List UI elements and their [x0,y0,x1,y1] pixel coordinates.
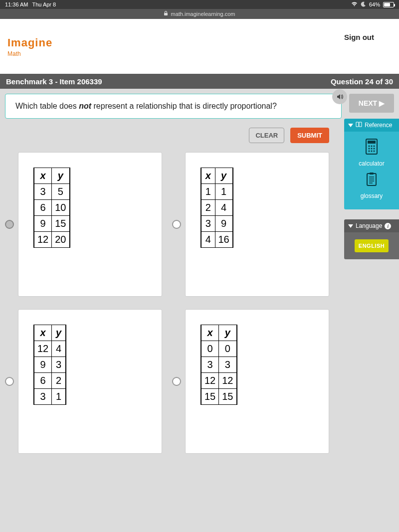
glossary-tool[interactable]: glossary [347,172,396,199]
col-header-y: y [52,325,66,341]
reference-title: Reference [365,122,392,129]
table-cell: 20 [52,232,70,248]
glossary-label: glossary [347,192,396,199]
assessment-title: Benchmark 3 - Item 206339 [6,77,102,86]
answer-radio[interactable] [172,220,181,229]
app-logo[interactable]: Imagine Math [7,36,52,57]
moon-icon [361,1,366,8]
language-panel-toggle[interactable]: Language i [344,219,399,232]
next-button[interactable]: NEXT ▶ [349,94,394,113]
svg-point-8 [374,148,375,150]
browser-urlbar[interactable]: math.imaginelearning.com [0,9,399,19]
question-text-post: represent a relationship that is directl… [91,102,277,110]
col-header-x: x [34,168,52,184]
table-row: 915 [34,216,70,232]
answer-radio[interactable] [5,377,14,386]
answer-option: xy356109151220 [5,152,162,297]
question-prompt: Which table does not represent a relatio… [5,94,342,119]
question-text-em: not [79,102,91,110]
svg-rect-13 [370,173,374,175]
battery-icon [383,2,394,7]
reference-panel-toggle[interactable]: Reference [344,119,399,132]
svg-point-3 [369,146,370,147]
table-row: 00 [201,341,237,357]
table-cell: 9 [34,216,52,232]
table-cell: 3 [34,389,52,405]
table-cell: 4 [201,232,215,248]
reference-panel: Reference calculator glossary [344,119,399,209]
table-cell: 1 [201,184,215,200]
table-row: 24 [201,200,233,216]
answer-radio[interactable] [172,377,181,386]
table-row: 11 [201,184,233,200]
table-cell: 12 [34,232,52,248]
table-cell: 12 [219,373,237,389]
table-cell: 9 [215,216,233,232]
answer-card[interactable]: xy003312121515 [185,309,329,454]
assessment-titlebar: Benchmark 3 - Item 206339 Question 24 of… [0,74,399,89]
table-cell: 15 [201,389,219,405]
table-row: 1515 [201,389,237,405]
table-cell: 3 [201,357,219,373]
submit-button[interactable]: SUBMIT [290,128,329,143]
table-cell: 4 [215,200,233,216]
table-cell: 3 [52,357,66,373]
table-row: 31 [34,389,66,405]
svg-point-5 [374,146,375,147]
read-aloud-button[interactable] [332,89,347,104]
wifi-icon [351,1,358,7]
svg-point-6 [369,148,370,150]
calculator-tool[interactable]: calculator [347,139,396,167]
table-cell: 10 [52,200,70,216]
table-row: 124 [34,341,66,357]
answer-option: xy124936231 [5,309,162,454]
status-time: 11:36 AM [5,1,28,7]
status-date: Thu Apr 8 [32,1,56,7]
col-header-y: y [215,168,233,184]
col-header-x: x [201,325,219,341]
question-counter: Question 24 of 30 [331,77,393,86]
table-row: 62 [34,373,66,389]
table-cell: 4 [52,341,66,357]
col-header-x: x [34,325,52,341]
xy-table: xy112439416 [200,168,233,248]
table-cell: 12 [34,341,52,357]
play-icon: ▶ [379,99,385,107]
language-title: Language [356,222,382,229]
answer-card[interactable]: xy112439416 [185,152,329,297]
xy-table: xy003312121515 [200,325,237,405]
chevron-down-icon [348,224,353,228]
answer-card[interactable]: xy356109151220 [18,152,162,297]
info-icon[interactable]: i [385,223,391,229]
svg-point-11 [374,151,375,152]
table-row: 35 [34,184,70,200]
glossary-icon [347,172,396,190]
device-statusbar: 11:36 AM Thu Apr 8 64% [0,0,399,9]
table-cell: 9 [34,357,52,373]
app-header: Imagine Math Sign out [0,19,399,74]
svg-point-9 [369,151,370,152]
language-english-button[interactable]: ENGLISH [355,239,389,252]
table-cell: 5 [52,184,70,200]
xy-table: xy356109151220 [33,168,70,248]
table-cell: 3 [219,357,237,373]
table-cell: 12 [201,373,219,389]
table-row: 610 [34,200,70,216]
table-cell: 6 [34,373,52,389]
clear-button[interactable]: CLEAR [249,128,284,143]
sign-out-link[interactable]: Sign out [344,33,374,41]
answer-card[interactable]: xy124936231 [18,309,162,454]
table-cell: 15 [219,389,237,405]
table-row: 93 [34,357,66,373]
svg-point-7 [371,148,373,150]
url-text: math.imaginelearning.com [171,11,235,17]
svg-point-10 [371,151,373,152]
answer-radio[interactable] [5,220,14,229]
lock-icon [164,11,168,17]
table-row: 1220 [34,232,70,248]
svg-rect-2 [368,141,376,144]
table-cell: 2 [201,200,215,216]
xy-table: xy124936231 [33,325,66,405]
book-icon [356,122,362,129]
calculator-icon [347,139,396,158]
